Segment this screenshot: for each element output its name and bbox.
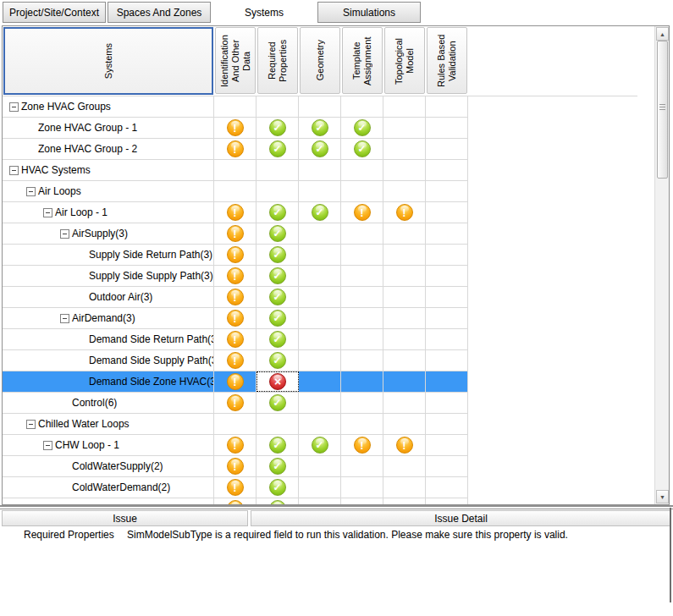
status-cell-identification-and-other-data[interactable]: ! bbox=[214, 202, 257, 223]
collapse-icon[interactable] bbox=[43, 208, 52, 217]
tree-row-airdemand-3[interactable]: AirDemand(3)!✓ bbox=[3, 308, 468, 329]
status-cell-required-properties[interactable] bbox=[257, 160, 299, 180]
status-cell-template-assignment[interactable] bbox=[341, 414, 383, 434]
status-cell-geometry[interactable] bbox=[299, 181, 341, 201]
tree-row-chw-loop-1[interactable]: CHW Loop - 1!✓✓!! bbox=[3, 435, 468, 456]
status-cell-rules-based-validation[interactable] bbox=[426, 160, 468, 180]
status-cell-rules-based-validation[interactable] bbox=[426, 223, 468, 244]
tree-row-demand-side-return-path-3[interactable]: Demand Side Return Path(3)!✓ bbox=[3, 329, 468, 350]
status-cell-geometry[interactable] bbox=[299, 245, 341, 265]
tree-row-outdoor-air-3[interactable]: Outdoor Air(3)!✓ bbox=[3, 287, 468, 308]
status-cell-geometry[interactable] bbox=[299, 266, 341, 286]
status-cell-identification-and-other-data[interactable]: ! bbox=[214, 223, 257, 244]
status-cell-required-properties[interactable]: ✓ bbox=[257, 456, 299, 476]
row-name-cell[interactable]: Chilled Water Loops bbox=[3, 414, 214, 434]
status-cell-template-assignment[interactable]: ! bbox=[341, 435, 383, 455]
tree-row-coldwatersupply-2[interactable]: ColdWaterSupply(2)!✓ bbox=[3, 456, 468, 477]
tree-row-airsupply-3[interactable]: AirSupply(3)!✓ bbox=[3, 223, 468, 245]
collapse-icon[interactable] bbox=[26, 420, 36, 429]
status-cell-template-assignment[interactable] bbox=[341, 456, 383, 476]
status-cell-geometry[interactable] bbox=[299, 96, 341, 117]
status-cell-topological-model[interactable] bbox=[383, 308, 426, 328]
status-cell-identification-and-other-data[interactable] bbox=[214, 414, 257, 434]
status-cell-template-assignment[interactable] bbox=[341, 287, 383, 307]
collapse-icon[interactable] bbox=[60, 229, 69, 239]
status-cell-topological-model[interactable] bbox=[383, 287, 426, 307]
status-cell-required-properties[interactable]: ✓ bbox=[257, 245, 299, 265]
status-cell-geometry[interactable]: ✓ bbox=[299, 118, 341, 138]
status-cell-identification-and-other-data[interactable]: ! bbox=[214, 371, 257, 392]
tree-row-zone-hvac-groups[interactable]: Zone HVAC Groups bbox=[3, 96, 468, 118]
column-header-required-properties[interactable]: Required Properties bbox=[257, 27, 298, 94]
column-header-topological-model[interactable]: Topological Model bbox=[384, 27, 425, 94]
scroll-up-button[interactable]: ▲ bbox=[656, 27, 669, 41]
tree-row-control-6[interactable]: Control(6)!✓ bbox=[3, 393, 468, 414]
status-cell-template-assignment[interactable] bbox=[341, 266, 383, 286]
collapse-icon[interactable] bbox=[9, 166, 19, 175]
status-cell-topological-model[interactable]: ! bbox=[383, 435, 426, 455]
status-cell-template-assignment[interactable] bbox=[341, 223, 383, 244]
column-header-rules-based-validation[interactable]: Rules Based Validation bbox=[427, 27, 467, 94]
column-header-geometry[interactable]: Geometry bbox=[300, 27, 340, 94]
status-cell-template-assignment[interactable] bbox=[341, 308, 383, 328]
status-cell-required-properties[interactable]: ✓ bbox=[257, 393, 299, 413]
status-cell-required-properties[interactable]: ✓ bbox=[257, 435, 299, 455]
status-cell-rules-based-validation[interactable] bbox=[426, 266, 468, 286]
tree-row-air-loop-1[interactable]: Air Loop - 1!✓✓!! bbox=[3, 202, 468, 223]
status-cell-identification-and-other-data[interactable]: ! bbox=[214, 287, 257, 307]
status-cell-template-assignment[interactable]: ✓ bbox=[341, 139, 383, 159]
status-cell-rules-based-validation[interactable] bbox=[426, 329, 468, 349]
status-cell-topological-model[interactable] bbox=[383, 477, 426, 498]
tree-row-demand-side-zone-hvac-3[interactable]: Demand Side Zone HVAC(3)!× bbox=[3, 371, 468, 393]
status-cell-rules-based-validation[interactable] bbox=[426, 202, 468, 223]
collapse-icon[interactable] bbox=[26, 187, 36, 196]
row-name-cell[interactable]: AirSupply(3) bbox=[3, 223, 214, 244]
tree-row-supply-side-supply-path-3[interactable]: Supply Side Supply Path(3)!✓ bbox=[3, 266, 468, 287]
status-cell-identification-and-other-data[interactable]: ! bbox=[214, 308, 257, 328]
row-name-cell[interactable]: Control(6) bbox=[3, 393, 214, 413]
status-cell-required-properties[interactable]: ✓ bbox=[257, 350, 299, 371]
status-cell-topological-model[interactable] bbox=[383, 223, 426, 244]
issue-detail-column-header[interactable]: Issue Detail bbox=[251, 510, 671, 526]
status-cell-rules-based-validation[interactable] bbox=[426, 287, 468, 307]
status-cell-required-properties[interactable]: ✓ bbox=[257, 287, 299, 307]
row-name-cell[interactable]: Supply Side Supply Path(3) bbox=[3, 266, 214, 286]
row-name-cell[interactable]: Demand Side Zone HVAC(3) bbox=[3, 371, 214, 392]
status-cell-geometry[interactable]: ✓ bbox=[299, 139, 341, 159]
status-cell-template-assignment[interactable] bbox=[341, 181, 383, 201]
row-name-cell[interactable]: Demand Side Return Path(3) bbox=[3, 329, 214, 349]
tree-row-air-loops[interactable]: Air Loops bbox=[3, 181, 468, 202]
scroll-down-button[interactable]: ▼ bbox=[656, 490, 669, 503]
scrollbar-thumb[interactable] bbox=[657, 41, 668, 179]
status-cell-geometry[interactable] bbox=[299, 414, 341, 434]
issue-column-header[interactable]: Issue bbox=[2, 510, 248, 526]
status-cell-topological-model[interactable] bbox=[383, 393, 426, 413]
status-cell-topological-model[interactable] bbox=[383, 266, 426, 286]
status-cell-topological-model[interactable] bbox=[383, 414, 426, 434]
tab-simulations[interactable]: Simulations bbox=[317, 2, 421, 23]
status-cell-template-assignment[interactable] bbox=[341, 393, 383, 413]
systems-column-header[interactable]: Systems bbox=[3, 27, 213, 95]
row-name-cell[interactable]: CHW Loop - 1 bbox=[3, 435, 214, 455]
status-cell-rules-based-validation[interactable] bbox=[426, 245, 468, 265]
status-cell-geometry[interactable] bbox=[299, 350, 341, 371]
status-cell-geometry[interactable]: ✓ bbox=[299, 435, 341, 455]
status-cell-geometry[interactable] bbox=[299, 477, 341, 498]
status-cell-identification-and-other-data[interactable] bbox=[214, 181, 257, 201]
status-cell-required-properties[interactable]: ✓ bbox=[257, 498, 299, 504]
status-cell-identification-and-other-data[interactable]: ! bbox=[214, 393, 257, 413]
status-cell-topological-model[interactable] bbox=[383, 118, 426, 138]
status-cell-template-assignment[interactable] bbox=[341, 498, 383, 504]
status-cell-topological-model[interactable] bbox=[383, 96, 426, 117]
status-cell-template-assignment[interactable] bbox=[341, 477, 383, 498]
collapse-icon[interactable] bbox=[60, 314, 69, 323]
row-name-cell[interactable]: Air Loop - 1 bbox=[3, 202, 214, 223]
status-cell-geometry[interactable] bbox=[299, 223, 341, 244]
status-cell-template-assignment[interactable] bbox=[341, 371, 383, 392]
status-cell-template-assignment[interactable]: ✓ bbox=[341, 118, 383, 138]
status-cell-geometry[interactable] bbox=[299, 308, 341, 328]
status-cell-template-assignment[interactable] bbox=[341, 96, 383, 117]
status-cell-identification-and-other-data[interactable]: ! bbox=[214, 139, 257, 159]
status-cell-template-assignment[interactable] bbox=[341, 350, 383, 371]
status-cell-required-properties[interactable] bbox=[257, 96, 299, 117]
